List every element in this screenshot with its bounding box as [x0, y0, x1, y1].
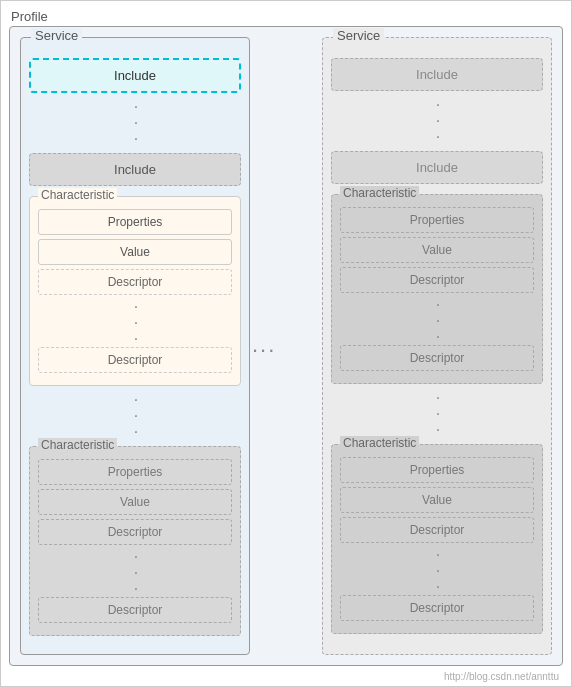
char-box-inactive: Characteristic Properties Value Descript…	[29, 446, 241, 636]
char-box-active: Characteristic Properties Value Descript…	[29, 196, 241, 386]
descriptor-box-r1: Descriptor	[340, 267, 534, 293]
service-right: Service Include ··· Include Characterist…	[322, 37, 552, 655]
value-box-2: Value	[38, 489, 232, 515]
descriptor-box-1: Descriptor	[38, 269, 232, 295]
dots-horizontal: ···	[252, 337, 276, 363]
include-right-bottom-box: Include	[331, 151, 543, 184]
properties-box-2: Properties	[38, 459, 232, 485]
include-active-box: Include	[29, 58, 241, 93]
dots-v-1: ···	[21, 99, 249, 147]
dots-v-r1: ···	[323, 97, 551, 145]
value-box-1: Value	[38, 239, 232, 265]
char-box-right-top: Characteristic Properties Value Descript…	[331, 194, 543, 384]
value-box-r2: Value	[340, 487, 534, 513]
dots-v-3: ···	[21, 392, 249, 440]
value-box-r1: Value	[340, 237, 534, 263]
page-container: Profile Service Include ··· Include Char…	[0, 0, 572, 687]
descriptor-box-r4: Descriptor	[340, 595, 534, 621]
dots-v-r3: ···	[323, 390, 551, 438]
dots-v-r4: ···	[340, 547, 534, 595]
properties-box-r1: Properties	[340, 207, 534, 233]
dots-v-2: ···	[38, 299, 232, 347]
include-right-top-label: Include	[416, 67, 458, 82]
include-right-bottom-label: Include	[416, 160, 458, 175]
include-active-label: Include	[114, 68, 156, 83]
service-right-title: Service	[333, 28, 384, 43]
descriptor-box-r3: Descriptor	[340, 517, 534, 543]
char-active-title: Characteristic	[38, 188, 117, 202]
descriptor-box-3: Descriptor	[38, 519, 232, 545]
properties-box-r2: Properties	[340, 457, 534, 483]
char-right-bottom-title: Characteristic	[340, 436, 419, 450]
watermark: http://blog.csdn.net/annttu	[444, 671, 559, 682]
include-right-top-box: Include	[331, 58, 543, 91]
profile-box: Service Include ··· Include Characterist…	[9, 26, 563, 666]
char-box-right-bottom: Characteristic Properties Value Descript…	[331, 444, 543, 634]
service-left-title: Service	[31, 28, 82, 43]
include-inactive-box: Include	[29, 153, 241, 186]
descriptor-box-4: Descriptor	[38, 597, 232, 623]
descriptor-box-2: Descriptor	[38, 347, 232, 373]
descriptor-box-r2: Descriptor	[340, 345, 534, 371]
char-inactive-title: Characteristic	[38, 438, 117, 452]
dots-v-4: ···	[38, 549, 232, 597]
include-inactive-label: Include	[114, 162, 156, 177]
properties-box-1: Properties	[38, 209, 232, 235]
dots-v-r2: ···	[340, 297, 534, 345]
profile-label: Profile	[11, 9, 48, 24]
char-right-top-title: Characteristic	[340, 186, 419, 200]
service-left: Service Include ··· Include Characterist…	[20, 37, 250, 655]
